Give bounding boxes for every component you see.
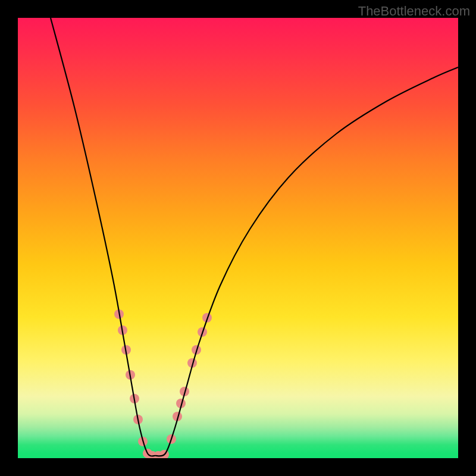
chart-plot-area: [18, 18, 458, 458]
left-curve: [51, 18, 155, 456]
watermark-text: TheBottleneck.com: [358, 4, 470, 19]
right-curve: [155, 67, 458, 456]
chart-svg: [18, 18, 458, 458]
data-points-group: [114, 309, 212, 458]
